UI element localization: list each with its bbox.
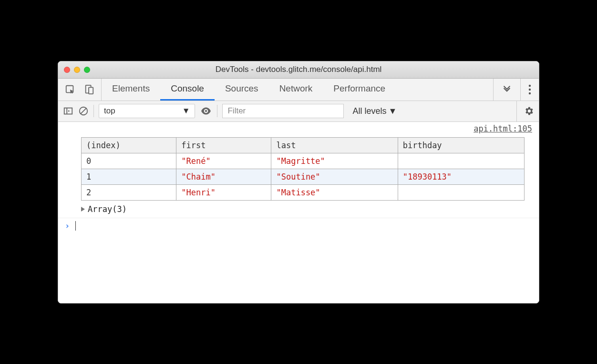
settings-wrap xyxy=(516,101,534,121)
context-value: top xyxy=(104,106,115,116)
chevron-down-icon: ▼ xyxy=(389,106,397,116)
object-expand-row[interactable]: Array(3) xyxy=(81,204,534,214)
tab-network[interactable]: Network xyxy=(269,79,323,101)
cell-first: "Chaim" xyxy=(176,169,271,184)
prompt-caret-icon: › xyxy=(65,221,70,231)
cell-last: "Soutine" xyxy=(271,169,398,184)
toolbar-icon-group xyxy=(58,79,102,101)
cell-index: 1 xyxy=(82,169,176,184)
table-header-index[interactable]: (index) xyxy=(82,137,176,153)
toolbar-divider xyxy=(217,105,217,117)
devtools-window: DevTools - devtools.glitch.me/console/ap… xyxy=(58,61,539,303)
cell-first: "René" xyxy=(176,153,271,169)
maximize-window-button[interactable] xyxy=(84,67,90,73)
table-row[interactable]: 2 "Henri" "Matisse" xyxy=(82,184,525,200)
object-summary: Array(3) xyxy=(88,204,127,214)
close-window-button[interactable] xyxy=(64,67,70,73)
svg-point-3 xyxy=(529,84,531,86)
main-tabs: Elements Console Sources Network Perform… xyxy=(102,79,493,101)
svg-point-8 xyxy=(205,110,207,112)
levels-label: All levels xyxy=(352,106,386,116)
more-options-button[interactable] xyxy=(520,79,539,101)
log-levels-select[interactable]: All levels ▼ xyxy=(352,106,397,116)
table-row[interactable]: 1 "Chaim" "Soutine" "18930113" xyxy=(82,169,525,184)
cell-birthday: "18930113" xyxy=(398,169,524,184)
toolbar-divider xyxy=(93,105,94,117)
cell-index: 2 xyxy=(82,184,176,200)
cell-last: "Magritte" xyxy=(271,153,398,169)
console-settings-icon[interactable] xyxy=(524,106,534,116)
source-link[interactable]: api.html:105 xyxy=(473,124,532,133)
minimize-window-button[interactable] xyxy=(74,67,80,73)
cell-birthday xyxy=(398,153,524,169)
toggle-sidebar-icon[interactable] xyxy=(63,106,73,116)
window-title: DevTools - devtools.glitch.me/console/ap… xyxy=(58,65,539,74)
tabs-overflow-button[interactable] xyxy=(493,79,520,101)
filter-placeholder: Filter xyxy=(227,106,246,116)
svg-rect-2 xyxy=(89,87,93,94)
cell-last: "Matisse" xyxy=(271,184,398,200)
execution-context-select[interactable]: top ▼ xyxy=(99,104,195,118)
clear-console-icon[interactable] xyxy=(78,106,89,116)
console-table: (index) first last birthday 0 "René" "Ma… xyxy=(81,137,525,201)
cell-birthday xyxy=(398,184,524,200)
console-toolbar: top ▼ Filter All levels ▼ xyxy=(58,101,539,122)
tab-console[interactable]: Console xyxy=(160,79,215,101)
filter-input[interactable]: Filter xyxy=(222,104,344,118)
main-tabs-row: Elements Console Sources Network Perform… xyxy=(58,79,539,101)
table-header-first[interactable]: first xyxy=(176,137,271,153)
tab-performance[interactable]: Performance xyxy=(323,79,396,101)
device-toolbar-icon[interactable] xyxy=(84,84,94,95)
cell-first: "Henri" xyxy=(176,184,271,200)
tab-elements[interactable]: Elements xyxy=(102,79,160,101)
traffic-lights xyxy=(58,67,90,73)
expand-triangle-icon xyxy=(81,207,85,212)
inspect-element-icon[interactable] xyxy=(65,84,75,95)
console-content: api.html:105 (index) first last birthday… xyxy=(58,122,539,303)
cell-index: 0 xyxy=(82,153,176,169)
console-log-entry: api.html:105 (index) first last birthday… xyxy=(58,122,539,218)
svg-point-4 xyxy=(529,88,531,90)
table-header-birthday[interactable]: birthday xyxy=(398,137,524,153)
text-cursor xyxy=(75,221,76,231)
console-prompt[interactable]: › xyxy=(58,218,539,233)
svg-point-5 xyxy=(529,92,531,94)
tab-sources[interactable]: Sources xyxy=(215,79,269,101)
window-titlebar: DevTools - devtools.glitch.me/console/ap… xyxy=(58,61,539,79)
live-expression-icon[interactable] xyxy=(200,105,212,117)
table-header-last[interactable]: last xyxy=(271,137,398,153)
table-header-row: (index) first last birthday xyxy=(82,137,525,153)
table-row[interactable]: 0 "René" "Magritte" xyxy=(82,153,525,169)
chevron-down-icon: ▼ xyxy=(182,106,190,116)
